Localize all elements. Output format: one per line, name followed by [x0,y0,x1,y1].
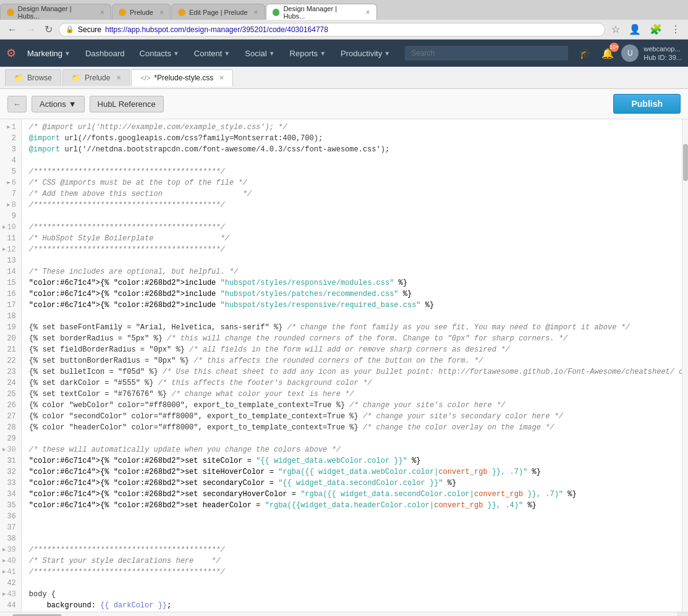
notification-badge: 🔔 10+ [599,45,616,62]
line-number: 45 [0,611,21,612]
academy-icon[interactable]: 🎓 [577,45,594,62]
line-number: 14 [0,266,21,277]
nav-contacts[interactable]: Contacts ▼ [134,46,185,61]
code-area[interactable]: /* @import url('http://example.com/examp… [22,119,682,612]
code-line: {% color "secondColor" color="#ff8000", … [22,411,682,422]
forward-button[interactable]: → [23,23,38,36]
reload-button[interactable]: ↻ [42,22,55,36]
line-number: 32 [0,466,21,478]
toolbar: ← Actions ▼ HubL Reference Publish [0,89,688,119]
code-line: @import url(//fonts.googleapis.com/css?f… [22,133,682,144]
tab-prelude[interactable]: 📁 Prelude × [62,69,130,86]
close-tab-2[interactable]: × [159,8,164,17]
nav-marketing[interactable]: Marketing ▼ [21,46,77,61]
code-line: {% color "headerColor" color="#ff8000", … [22,422,682,433]
tab-bar: Design Manager | Hubs... × Prelude × Edi… [0,0,688,20]
code-line: "color:#6c71c4">{% "color:#268bd2">set s… [22,489,682,500]
browser-tab-2[interactable]: Prelude × [112,4,171,20]
tab-favicon-3 [178,9,185,16]
line-number: ▶8 [0,200,21,211]
code-line: /* these will automatically update when … [22,444,682,455]
code-line: /* Start your style declarations here */ [22,555,682,567]
code-line: {% set textColor = "#767676" %} /* chang… [22,389,682,400]
tab-label-4: Design Manager | Hubs... [283,5,359,20]
line-number: 4 [0,155,21,166]
line-number: ▶6 [0,177,21,188]
line-number: ▶40 [0,555,21,567]
search-input[interactable] [405,46,568,61]
nav-right: 🎓 🔔 10+ U webcanop... Hub ID: 39... [577,44,682,62]
code-line: /* @import url('http://example.com/examp… [22,122,682,133]
h-scrollbar-thumb[interactable] [12,614,62,617]
code-line: "color:#6c71c4">{% "color:#268bd2">set h… [22,500,682,511]
close-tab-3[interactable]: × [254,8,258,17]
hubl-reference-button[interactable]: HubL Reference [90,96,164,112]
close-tab-1[interactable]: × [100,8,104,17]
line-number: 29 [0,433,21,444]
actions-button[interactable]: Actions ▼ [32,96,85,112]
prelude-tab-label: Prelude [85,74,110,82]
line-number: 24 [0,378,21,389]
nav-social[interactable]: Social ▼ [239,46,281,61]
code-line [22,311,682,322]
browser-tab-1[interactable]: Design Manager | Hubs... × [0,4,111,20]
editor-tabs: 📁 Browse 📁 Prelude × </> *Prelude-style.… [0,67,688,89]
line-number: 16 [0,289,21,300]
browser-tab-3[interactable]: Edit Page | Prelude × [171,4,265,20]
line-number: 44 [0,600,21,611]
line-number: 3 [0,144,21,155]
line-number: ▶12 [0,244,21,255]
browser-chrome: Design Manager | Hubs... × Prelude × Edi… [0,0,688,40]
close-tab-4[interactable]: × [366,8,370,17]
extensions-icon[interactable]: 🧩 [647,22,665,36]
nav-social-arrow: ▼ [269,50,275,57]
line-number: 23 [0,366,21,378]
line-number: 38 [0,533,21,544]
nav-productivity[interactable]: Productivity ▼ [334,46,396,61]
code-line: /* Add them above this section */ [22,188,682,200]
browser-tab-4[interactable]: Design Manager | Hubs... × [266,4,377,20]
nav-reports-label: Reports [290,49,318,58]
avatar[interactable]: U [621,44,639,62]
close-prelude-style-tab[interactable]: × [219,74,224,82]
menu-icon[interactable]: ⋮ [668,22,683,36]
line-numbers: ▶12345▶67▶89▶1011▶1213141516171819202122… [0,119,22,612]
tab-prelude-style[interactable]: </> *Prelude-style.css × [131,69,233,86]
tab-browse[interactable]: 📁 Browse [5,69,61,86]
line-number: 31 [0,455,21,466]
browse-folder-icon: 📁 [14,74,23,82]
line-number: ▶43 [0,589,21,600]
line-number: 18 [0,311,21,322]
code-line [22,522,682,533]
address-bar[interactable]: 🔒 Secure https://app.hubspot.com/design-… [59,23,605,36]
code-line: "color:#6c71c4">{% "color:#268bd2">set s… [22,455,682,466]
nav-dashboard-label: Dashboard [85,49,125,58]
nav-reports[interactable]: Reports ▼ [284,46,332,61]
line-number: 13 [0,255,21,266]
star-icon[interactable]: ☆ [609,22,622,36]
nav-dashboard[interactable]: Dashboard [79,46,131,61]
back-button[interactable]: ← [7,96,27,112]
publish-button[interactable]: Publish [613,94,681,114]
nav-contacts-arrow: ▼ [173,50,179,57]
nav-search[interactable] [405,46,568,61]
horizontal-scrollbar[interactable] [0,613,678,617]
nav-content[interactable]: Content ▼ [188,46,236,61]
close-prelude-tab[interactable]: × [116,74,121,82]
code-line: /***************************************… [22,544,682,555]
code-line [22,533,682,544]
tab-favicon-2 [119,9,126,16]
hub-id: Hub ID: 39... [643,53,682,62]
code-line [22,433,682,444]
prelude-style-tab-label: *Prelude-style.css [154,74,213,82]
line-number: 37 [0,522,21,533]
back-button[interactable]: ← [5,23,20,36]
vertical-scrollbar[interactable] [682,119,688,612]
user-info: webcanop... Hub ID: 39... [643,44,682,62]
nav-productivity-arrow: ▼ [384,50,390,57]
user-profile-icon[interactable]: 👤 [626,22,643,36]
code-line: /* These includes are optional, but help… [22,266,682,277]
address-bar-row: ← → ↻ 🔒 Secure https://app.hubspot.com/d… [0,20,688,39]
scrollbar-thumb[interactable] [683,144,688,181]
line-number: 25 [0,389,21,400]
